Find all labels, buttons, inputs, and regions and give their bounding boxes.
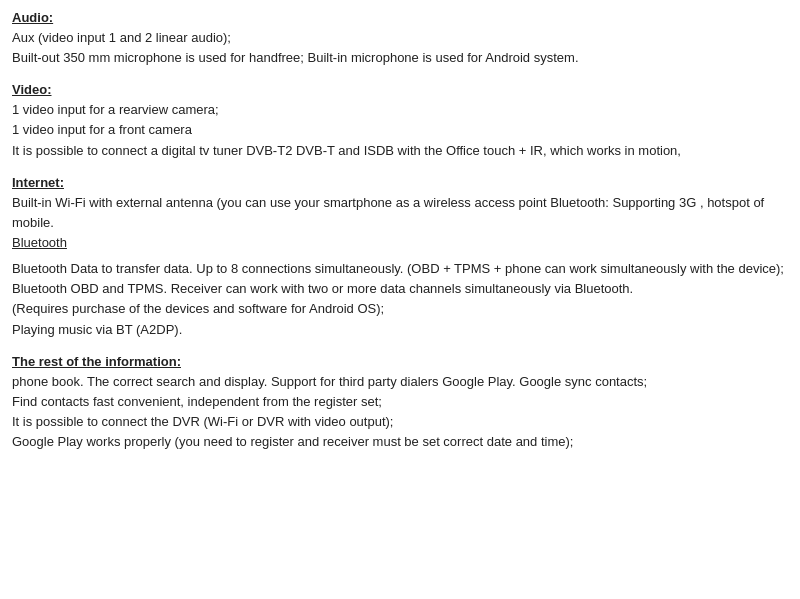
page-content: Audio: Aux (video input 1 and 2 linear a…	[12, 10, 788, 452]
video-line-1: 1 video input for a rearview camera;	[12, 100, 788, 120]
bluetooth-line-2: Bluetooth OBD and TPMS. Receiver can wor…	[12, 279, 788, 299]
rest-line-4: Google Play works properly (you need to …	[12, 432, 788, 452]
audio-title: Audio:	[12, 10, 788, 25]
video-line-2: 1 video input for a front camera	[12, 120, 788, 140]
audio-line-1: Aux (video input 1 and 2 linear audio);	[12, 28, 788, 48]
bluetooth-line-4: Playing music via BT (A2DP).	[12, 320, 788, 340]
rest-line-2: Find contacts fast convenient, independe…	[12, 392, 788, 412]
rest-line-1: phone book. The correct search and displ…	[12, 372, 788, 392]
rest-title: The rest of the information:	[12, 354, 788, 369]
video-title: Video:	[12, 82, 788, 97]
bluetooth-line-1: Bluetooth Data to transfer data. Up to 8…	[12, 259, 788, 279]
bluetooth-line-3: (Requires purchase of the devices and so…	[12, 299, 788, 319]
rest-line-3: It is possible to connect the DVR (Wi-Fi…	[12, 412, 788, 432]
audio-section: Audio: Aux (video input 1 and 2 linear a…	[12, 10, 788, 68]
internet-title: Internet:	[12, 175, 788, 190]
internet-section: Internet: Built-in Wi-Fi with external a…	[12, 175, 788, 340]
video-line-3: It is possible to connect a digital tv t…	[12, 141, 788, 161]
audio-line-2: Built-out 350 mm microphone is used for …	[12, 48, 788, 68]
internet-line-1: Built-in Wi-Fi with external antenna (yo…	[12, 193, 788, 233]
rest-section: The rest of the information: phone book.…	[12, 354, 788, 453]
video-section: Video: 1 video input for a rearview came…	[12, 82, 788, 160]
bluetooth-link[interactable]: Bluetooth	[12, 233, 788, 253]
